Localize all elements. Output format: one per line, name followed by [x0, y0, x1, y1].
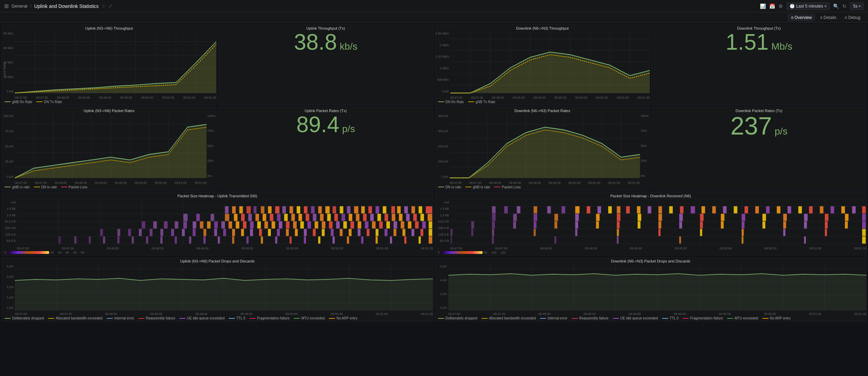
svg-rect-297	[742, 214, 745, 221]
grid-icon[interactable]: ⊞	[4, 3, 9, 9]
chart-icon[interactable]: 📊	[760, 3, 766, 9]
legend-downlink-throughput: DN Rx Rate gNB Tx Rate	[435, 99, 650, 105]
svg-rect-320	[804, 221, 807, 228]
svg-rect-117	[313, 214, 316, 221]
svg-rect-150	[271, 221, 275, 228]
legend-ttl-up: TTL 0	[229, 316, 245, 320]
svg-rect-171	[422, 221, 426, 228]
svg-rect-195	[322, 229, 325, 236]
legend-downlink-packet: DN rx rate gNB tx rate Packet Loss	[435, 185, 650, 190]
legend-bw-exceeded-dn: Allocated bandwidth exceeded	[481, 316, 536, 320]
svg-rect-140	[200, 221, 203, 228]
x-axis-uplink-pkt: 09:47:0009:47:3009:48:0009:48:3009:49:00…	[15, 181, 207, 185]
svg-rect-121	[342, 214, 345, 221]
ttl-dn-dot	[662, 318, 668, 319]
legend-gnb-tx: gNB Tx Rate	[468, 100, 495, 104]
svg-rect-286	[513, 214, 516, 221]
downlink-packet-stat-unit: p/s	[775, 126, 788, 137]
tab-overview[interactable]: ≡ Overview	[788, 14, 815, 21]
arp-up-dot	[329, 318, 335, 319]
refresh-icon[interactable]: ↻	[842, 3, 847, 9]
svg-rect-92	[361, 206, 365, 213]
svg-rect-154	[300, 221, 304, 228]
svg-rect-287	[533, 214, 537, 221]
svg-rect-160	[343, 221, 347, 228]
uplink-stat-unit: kb/s	[340, 41, 357, 52]
legend-dn-tx-rate-dot	[34, 187, 40, 187]
svg-rect-192	[295, 229, 298, 236]
calendar-icon[interactable]: 📅	[769, 3, 775, 9]
loss-axis-uplink-pkt: 100%75%50%25%0%	[207, 113, 216, 178]
svg-rect-120	[334, 214, 338, 221]
svg-rect-81	[282, 206, 286, 213]
svg-rect-263	[637, 206, 640, 213]
tab-details[interactable]: ≡ Details	[817, 14, 840, 21]
heatmap-up-colorscale: 0 20 40 60 80 89	[2, 250, 433, 255]
svg-rect-338	[554, 236, 556, 244]
panel-downlink-packet: Downlink (N6->N3) Packet Rates	[435, 107, 650, 190]
time-range-picker[interactable]: 🕐 Last 5 minutes ▾	[786, 2, 830, 10]
deliberately-dropped-up-label: Deliberately dropped	[12, 316, 44, 320]
svg-rect-179	[171, 229, 174, 236]
svg-rect-112	[277, 214, 280, 221]
svg-rect-88	[333, 206, 336, 213]
svg-rect-260	[608, 206, 611, 213]
svg-rect-165	[379, 221, 383, 228]
uplink-packet-stat-unit: p/s	[342, 123, 355, 135]
svg-rect-228	[347, 236, 349, 244]
svg-rect-174	[117, 229, 120, 236]
topbar-right: 📊 📅 ⚙ 🕐 Last 5 minutes ▾ 🔍 ↻ 5s ▾	[760, 2, 864, 10]
legend-dn-rx-rate-dot	[438, 187, 444, 187]
svg-rect-312	[638, 221, 640, 228]
tab-debug[interactable]: ≡ Debug	[841, 14, 864, 21]
svg-rect-167	[393, 221, 397, 228]
legend-gnb-tx-label: gNB Tx Rate	[476, 100, 495, 104]
interval-selector[interactable]: 5s ▾	[850, 2, 864, 10]
x-axis-uplink: 09:47:0009:47:3009:48:0009:48:3009:49:00…	[15, 96, 216, 99]
uplink-packet-stat-value: 89.4	[296, 113, 340, 136]
gear-icon[interactable]: ⚙	[779, 3, 783, 9]
svg-rect-302	[845, 214, 848, 221]
downlink-stat-unit: Mb/s	[771, 41, 792, 52]
legend-gnb-tx-rate-dot	[465, 187, 471, 187]
svg-rect-190	[277, 229, 280, 236]
svg-rect-230	[375, 236, 378, 244]
svg-rect-125	[370, 214, 374, 221]
legend-frag-dn: Fragmentation failure	[683, 316, 723, 320]
topbar-left: ⊞ General / Uplink and Downlink Statisti…	[4, 3, 112, 9]
svg-rect-106	[234, 214, 237, 221]
star-icon[interactable]: ☆	[102, 3, 106, 9]
svg-rect-137	[175, 221, 178, 228]
search-icon[interactable]: 🔍	[833, 3, 839, 9]
svg-rect-90	[347, 206, 350, 213]
ue-idle-up-dot	[179, 318, 185, 319]
heatmap-dn-chart: +Inf1.5 kB1.0 kB512.0 B256.0 B128.0 B64.…	[435, 199, 867, 250]
legend-dn-tx: DN Tx Rate	[36, 100, 62, 104]
svg-rect-234	[429, 236, 432, 244]
svg-rect-161	[351, 221, 354, 228]
svg-rect-198	[349, 229, 351, 236]
legend-gnb-rx: gNB Rx Rate	[4, 100, 32, 104]
svg-rect-178	[160, 229, 163, 236]
svg-rect-213	[132, 236, 134, 244]
uplink-throughput-chart: 80 kb/s 60 kb/s 40 kb/s 20 kb/s 0 b/s 09…	[2, 31, 216, 99]
panel-uplink-packet-stat: Uplink Packet Rates (Tx) 89.4 p/s	[218, 107, 433, 190]
svg-rect-290	[596, 214, 599, 221]
svg-rect-136	[164, 221, 168, 228]
legend-uplink-packet: gNB rx rate DN tx rate Packet Loss	[2, 185, 216, 190]
share-icon[interactable]: ⤤	[108, 3, 112, 9]
color-gradient	[8, 251, 49, 254]
legend-uplink-throughput: gNB Rx Rate DN Tx Rate	[2, 99, 216, 105]
svg-rect-343	[862, 236, 866, 244]
svg-rect-256	[561, 206, 565, 213]
svg-rect-324	[450, 229, 452, 236]
svg-rect-181	[193, 229, 195, 236]
y-axis-labels-downlink: 2.50 Mb/s 2 Mb/s 1.50 Mb/s 1 Mb/s 500 kb…	[435, 31, 450, 93]
svg-rect-220	[232, 236, 234, 244]
svg-rect-145	[236, 221, 239, 228]
svg-rect-233	[419, 236, 421, 244]
svg-rect-323	[862, 221, 866, 228]
drops-dn-title: Downlink (N6->N3) Packet Drops and Disca…	[435, 257, 867, 264]
legend-mtu-up: MTU exceeded	[294, 316, 325, 320]
svg-rect-278	[798, 206, 802, 213]
